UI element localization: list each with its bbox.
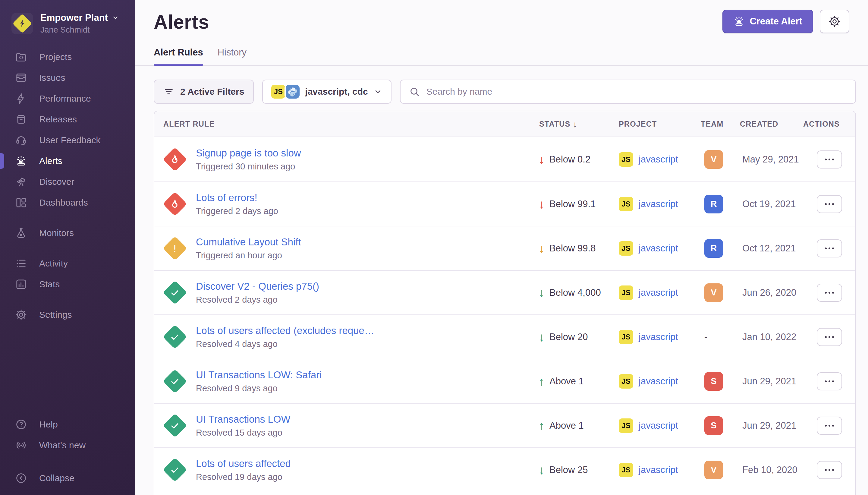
gear-icon [15, 309, 27, 321]
sidebar-item-discover[interactable]: Discover [0, 172, 135, 192]
team-avatar: V [704, 284, 723, 302]
column-header-status[interactable]: STATUS ↓ [535, 119, 619, 129]
sidebar-item-activity[interactable]: Activity [0, 253, 135, 274]
sidebar-item-help[interactable]: Help [0, 414, 135, 435]
project-link[interactable]: javascript [639, 199, 678, 209]
alert-rule-link[interactable]: Lots of users affected [196, 458, 291, 470]
trend-arrow-icon: ↓ [539, 153, 544, 166]
row-actions-button[interactable] [817, 195, 842, 213]
project-selector[interactable]: JS javascript, cdc [262, 80, 391, 104]
created-date: Oct 12, 2021 [740, 243, 803, 254]
team-avatar: R [704, 239, 723, 258]
sidebar-item-releases[interactable]: Releases [0, 109, 135, 130]
siren-icon [15, 155, 27, 167]
activity-icon [15, 257, 27, 270]
trend-arrow-icon: ↓ [539, 198, 544, 210]
table-row: Lots of users affected (excludes reque… … [154, 314, 855, 359]
table-body: Signup page is too slow Triggered 30 min… [154, 137, 855, 492]
sidebar-item-settings[interactable]: Settings [0, 305, 135, 325]
trend-arrow-icon: ↑ [539, 375, 544, 387]
row-actions-button[interactable] [817, 416, 842, 435]
alert-rule-link[interactable]: Lots of users affected (excludes reque… [196, 325, 374, 337]
alert-rule-link[interactable]: Discover V2 - Queries p75() [196, 281, 319, 292]
alerts-settings-button[interactable] [820, 10, 849, 33]
javascript-project-icon: JS [619, 152, 633, 167]
project-link[interactable]: javascript [639, 154, 678, 165]
header-actions: Create Alert [723, 10, 849, 33]
status-value: Above 1 [550, 376, 584, 387]
sidebar-item-alerts[interactable]: Alerts [0, 151, 135, 172]
alert-rule-link[interactable]: Cumulative Layout Shift [196, 236, 301, 248]
project-link[interactable]: javascript [639, 243, 678, 254]
search-icon [409, 86, 420, 97]
row-actions-button[interactable] [817, 328, 842, 346]
column-header-created[interactable]: CREATED [740, 120, 803, 129]
search-input[interactable] [427, 86, 847, 97]
alert-rule-link[interactable]: Lots of errors! [196, 192, 278, 204]
javascript-project-icon: JS [619, 419, 633, 433]
check-diamond-icon [162, 457, 188, 483]
javascript-project-icon: JS [619, 286, 633, 300]
column-header-team[interactable]: TEAM [701, 120, 740, 129]
table-row: UI Transactions LOW: Safari Resolved 9 d… [154, 359, 855, 403]
tab-bar: Alert Rules History [135, 47, 868, 66]
alert-rule-detail: Resolved 15 days ago [196, 428, 291, 438]
org-switcher[interactable]: Empower Plant Jane Schmidt [0, 0, 135, 35]
project-link[interactable]: javascript [639, 376, 678, 387]
project-link[interactable]: javascript [639, 331, 678, 342]
search-field [400, 80, 856, 104]
status-value: Below 99.1 [550, 199, 595, 209]
releases-icon [15, 113, 27, 125]
sidebar-item-performance[interactable]: Performance [0, 88, 135, 109]
status-value: Below 25 [550, 464, 588, 475]
fire-diamond-icon [162, 191, 188, 217]
team-avatar: S [704, 372, 723, 391]
column-header-alert-rule[interactable]: ALERT RULE [154, 120, 535, 129]
sidebar-item-projects[interactable]: Projects [0, 47, 135, 68]
sidebar-item-user-feedback[interactable]: User Feedback [0, 130, 135, 151]
stats-icon [15, 278, 27, 290]
alert-rules-table: ALERT RULE STATUS ↓ PROJECT TEAM CREATED… [154, 110, 856, 495]
javascript-project-icon: JS [619, 241, 633, 256]
alert-rule-detail: Resolved 19 days ago [196, 472, 291, 482]
alert-rule-link[interactable]: UI Transactions LOW [196, 414, 291, 425]
sidebar-item-dashboards[interactable]: Dashboards [0, 192, 135, 213]
tab-history[interactable]: History [218, 47, 246, 65]
status-value: Below 99.8 [550, 243, 595, 254]
column-header-project[interactable]: PROJECT [619, 120, 701, 129]
active-filters-button[interactable]: 2 Active Filters [154, 80, 254, 104]
filter-icon [163, 86, 174, 97]
check-diamond-icon [162, 324, 188, 350]
table-row [154, 492, 855, 495]
javascript-project-icon: JS [619, 330, 633, 344]
row-actions-button[interactable] [817, 150, 842, 169]
dashboards-icon [15, 197, 27, 209]
row-actions-button[interactable] [817, 239, 842, 257]
chevron-down-icon [374, 87, 382, 96]
table-row: UI Transactions LOW Resolved 15 days ago… [154, 403, 855, 447]
sidebar-item-collapse[interactable]: Collapse [0, 467, 135, 488]
row-actions-button[interactable] [817, 284, 842, 302]
row-actions-button[interactable] [817, 461, 842, 479]
sidebar-item-whats-new[interactable]: What's new [0, 435, 135, 456]
project-link[interactable]: javascript [639, 420, 678, 431]
sidebar-item-monitors[interactable]: Monitors [0, 223, 135, 243]
toolbar: 2 Active Filters JS javascript, cdc [154, 80, 856, 104]
trend-arrow-icon: ↑ [539, 420, 544, 432]
tab-alert-rules[interactable]: Alert Rules [154, 47, 203, 65]
create-alert-button[interactable]: Create Alert [723, 10, 813, 33]
project-link[interactable]: javascript [639, 464, 678, 475]
team-avatar: V [704, 150, 723, 169]
alert-rule-link[interactable]: Signup page is too slow [196, 148, 301, 159]
sidebar-item-issues[interactable]: Issues [0, 68, 135, 88]
row-actions-button[interactable] [817, 372, 842, 390]
gear-icon [828, 15, 841, 28]
project-link[interactable]: javascript [639, 287, 678, 298]
table-row: Discover V2 - Queries p75() Resolved 2 d… [154, 270, 855, 314]
alert-rule-link[interactable]: UI Transactions LOW: Safari [196, 369, 322, 381]
javascript-project-icon: JS [619, 374, 633, 389]
sort-arrow-icon: ↓ [573, 120, 577, 129]
chevron-down-icon [111, 14, 119, 22]
sidebar-item-stats[interactable]: Stats [0, 274, 135, 295]
lightning-diamond-logo-icon [12, 14, 32, 33]
